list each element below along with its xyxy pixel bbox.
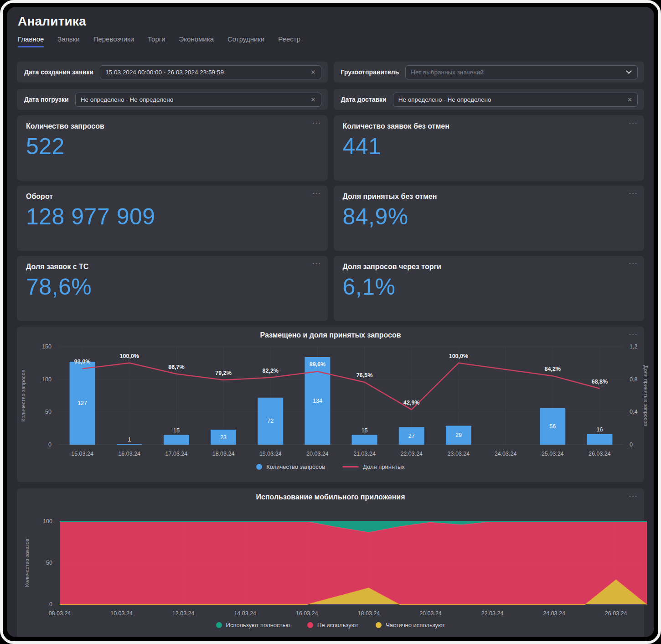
screen-frame: Аналитика ГлавноеЗаявкиПеревозчикиТоргиЭ…	[0, 0, 661, 644]
kpi-title: Количество заявок без отмен	[343, 122, 635, 130]
legend-line-marker	[342, 466, 359, 467]
clear-icon[interactable]: ✕	[311, 97, 316, 103]
svg-text:22.03.24: 22.03.24	[481, 610, 504, 617]
svg-text:68,8%: 68,8%	[592, 379, 608, 385]
legend-item[interactable]: Не используют	[307, 622, 358, 628]
svg-text:1,2: 1,2	[630, 343, 637, 350]
svg-text:23.03.24: 23.03.24	[448, 451, 470, 457]
chart-mobile-app-usage: ··· Использование мобильного приложения …	[17, 488, 644, 637]
svg-text:42,9%: 42,9%	[403, 400, 419, 406]
svg-text:150: 150	[42, 343, 52, 350]
card-menu-icon[interactable]: ···	[629, 492, 638, 500]
loading-date-input[interactable]: Не определено - Не определено✕	[75, 93, 321, 107]
filter-value: Не определено - Не определено	[81, 96, 307, 103]
legend-label: Не используют	[317, 622, 358, 628]
legend-dot-marker	[256, 464, 262, 470]
filter-value: Не определено - Не определено	[398, 96, 624, 103]
filter-shipper: ГрузоотправительНет выбранных значений	[334, 62, 645, 83]
tab-перевозчики[interactable]: Перевозчики	[93, 35, 134, 47]
tab-заявки[interactable]: Заявки	[57, 35, 79, 47]
svg-text:19.03.24: 19.03.24	[259, 451, 282, 457]
svg-text:127: 127	[77, 400, 87, 406]
clear-icon[interactable]: ✕	[311, 69, 316, 75]
kpi-card-orders-with-vehicle-share: ···Доля заявок с ТС78,6%	[17, 256, 328, 321]
svg-text:76,5%: 76,5%	[356, 372, 372, 379]
legend-item[interactable]: Используют полностью	[216, 622, 290, 628]
filter-label: Дата погрузки	[24, 96, 69, 103]
svg-text:84,2%: 84,2%	[545, 366, 561, 372]
svg-text:14.03.24: 14.03.24	[234, 610, 256, 617]
legend-label: Количество запросов	[266, 463, 325, 470]
svg-text:20.03.24: 20.03.24	[306, 451, 329, 457]
legend-dot-marker	[376, 622, 382, 628]
kpi-title: Доля запросов через торги	[343, 263, 635, 271]
card-menu-icon[interactable]: ···	[629, 330, 638, 338]
card-menu-icon[interactable]: ···	[312, 119, 321, 127]
tab-bar: ГлавноеЗаявкиПеревозчикиТоргиЭкономикаСо…	[17, 35, 644, 47]
tab-реестр[interactable]: Реестр	[278, 35, 300, 47]
svg-text:16.03.24: 16.03.24	[296, 610, 318, 617]
kpi-card-auction-requests-share: ···Доля запросов через торги6,1%	[334, 256, 645, 321]
kpi-card-accepted-share: ···Доля принятых без отмен84,9%	[334, 186, 645, 251]
svg-text:89,6%: 89,6%	[310, 361, 325, 368]
svg-text:0: 0	[630, 441, 633, 448]
kpi-card-turnover: ···Оборот128 977 909	[17, 186, 328, 251]
card-menu-icon[interactable]: ···	[312, 260, 321, 267]
chevron-down-icon[interactable]	[626, 68, 632, 74]
chart-legend: Используют полностьюНе используютЧастичн…	[17, 622, 644, 628]
filter-label: Дата создания заявки	[24, 68, 93, 76]
chart-title: Размещено и доля принятых запросов	[17, 331, 644, 339]
request-created-date-input[interactable]: 15.03.2024 00:00:00 - 26.03.2024 23:59:5…	[100, 65, 321, 79]
svg-text:20.03.24: 20.03.24	[419, 610, 442, 617]
legend-item[interactable]: Частично используют	[376, 622, 445, 628]
tab-сотрудники[interactable]: Сотрудники	[227, 35, 264, 47]
svg-text:0,4: 0,4	[630, 409, 637, 415]
legend-label: Доля принятых	[363, 463, 405, 470]
filter-value: Нет выбранных значений	[411, 69, 623, 76]
svg-text:15: 15	[173, 427, 180, 434]
kpi-title: Оборот	[26, 192, 319, 201]
svg-text:29: 29	[455, 432, 462, 438]
tab-торги[interactable]: Торги	[148, 35, 165, 47]
kpi-title: Количество запросов	[26, 122, 319, 130]
svg-text:24.03.24: 24.03.24	[543, 610, 565, 617]
kpi-title: Доля заявок с ТС	[26, 263, 319, 271]
svg-text:50: 50	[45, 409, 52, 415]
card-menu-icon[interactable]: ···	[312, 189, 321, 197]
kpi-value: 6,1%	[343, 274, 635, 300]
kpi-title: Доля принятых без отмен	[343, 192, 635, 201]
svg-text:100: 100	[43, 518, 52, 525]
chart-legend: Количество запросовДоля принятых	[17, 463, 644, 470]
kpi-value: 522	[26, 133, 319, 160]
svg-text:Доля принятых запросов: Доля принятых запросов	[643, 365, 649, 426]
svg-text:100,0%: 100,0%	[120, 353, 139, 359]
card-menu-icon[interactable]: ···	[629, 119, 638, 127]
svg-text:56: 56	[549, 423, 556, 430]
svg-text:16: 16	[596, 426, 603, 433]
kpi-grid: ···Количество запросов522···Количество з…	[17, 115, 644, 321]
shipper-input[interactable]: Нет выбранных значений	[405, 65, 638, 79]
filter-value: 15.03.2024 00:00:00 - 26.03.2024 23:59:5…	[105, 69, 307, 76]
svg-text:72: 72	[267, 418, 274, 424]
svg-text:0: 0	[49, 601, 52, 608]
chart-placed-and-accepted: ··· Размещено и доля принятых запросов 1…	[17, 327, 644, 482]
filter-loading-date: Дата погрузкиНе определено - Не определе…	[17, 89, 328, 110]
svg-text:22.03.24: 22.03.24	[400, 451, 423, 457]
clear-icon[interactable]: ✕	[627, 97, 632, 103]
legend-item[interactable]: Количество запросов	[256, 463, 325, 470]
tab-экономика[interactable]: Экономика	[179, 35, 214, 47]
legend-label: Частично используют	[386, 622, 445, 628]
svg-text:16.03.24: 16.03.24	[118, 451, 140, 457]
svg-text:17.03.24: 17.03.24	[165, 451, 188, 457]
svg-text:21.03.24: 21.03.24	[353, 451, 376, 457]
svg-text:26.03.24: 26.03.24	[589, 451, 611, 457]
filter-request-created-date: Дата создания заявки15.03.2024 00:00:00 …	[17, 62, 328, 83]
svg-text:27: 27	[408, 433, 415, 439]
svg-text:100,0%: 100,0%	[449, 353, 468, 359]
delivery-date-input[interactable]: Не определено - Не определено✕	[393, 93, 638, 107]
legend-item[interactable]: Доля принятых	[342, 463, 405, 470]
card-menu-icon[interactable]: ···	[629, 189, 638, 197]
tab-главное[interactable]: Главное	[18, 35, 44, 47]
card-menu-icon[interactable]: ···	[629, 260, 638, 267]
svg-text:25.03.24: 25.03.24	[542, 451, 564, 457]
